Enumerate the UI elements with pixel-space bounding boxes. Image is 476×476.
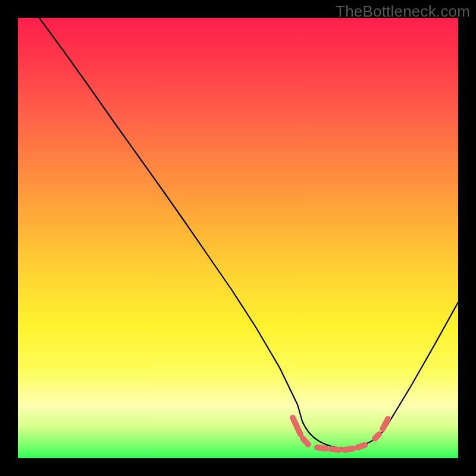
marker-dash (293, 418, 300, 434)
optimal-range-markers (293, 418, 388, 450)
marker-dash (383, 419, 388, 429)
watermark-text: TheBottleneck.com (336, 2, 470, 21)
marker-dash (375, 434, 379, 439)
bottleneck-curve (39, 18, 458, 449)
marker-dash (317, 447, 326, 449)
chart-svg (18, 18, 458, 458)
marker-dash (303, 439, 308, 444)
marker-dash (345, 449, 353, 450)
plot-area (18, 18, 458, 458)
chart-frame: TheBottleneck.com (0, 0, 476, 476)
marker-dash (358, 445, 365, 447)
marker-dash (331, 449, 339, 450)
